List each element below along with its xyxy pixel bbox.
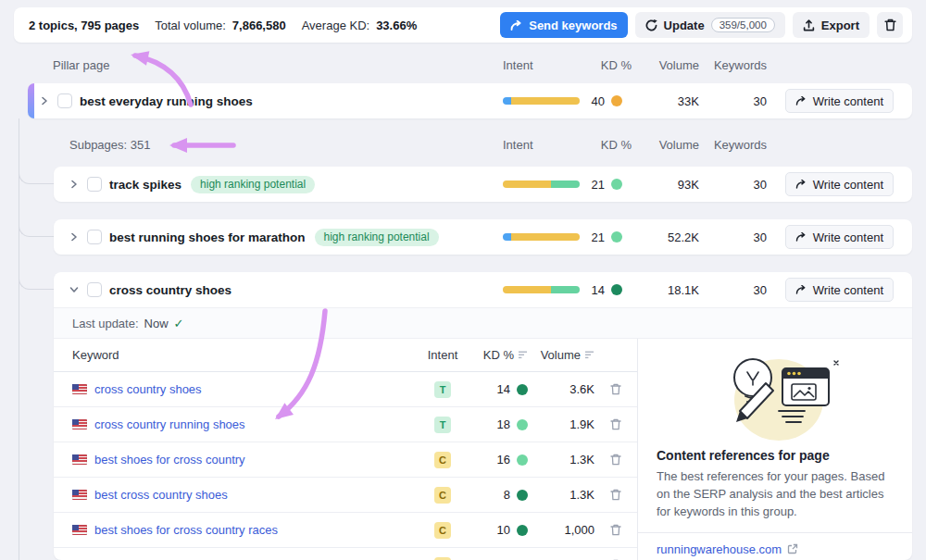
us-flag-icon [72,525,87,535]
last-update-bar: Last update: Now ✓ [54,307,912,339]
check-icon: ✓ [174,317,184,330]
kd-value: 21 [592,178,605,192]
send-arrow-icon [510,20,522,31]
subpage-title: best running shoes for marathon [109,230,306,244]
keyword-link[interactable]: best shoes for cross country races [94,523,278,537]
kd-dot [611,231,622,243]
write-content-button[interactable]: Write content [785,172,894,196]
trash-icon [610,489,621,501]
topics-pages-count: 2 topics, 795 pages [29,19,139,32]
intent-badge: C [434,487,451,504]
column-volume: Volume [659,138,699,152]
kd-dot [517,490,528,501]
write-content-button[interactable]: Write content [785,89,894,113]
pillar-page-label: Pillar page [28,58,503,72]
write-arrow-icon [795,232,807,242]
volume-value: 33K [622,94,699,108]
delete-keyword-button[interactable] [610,489,621,501]
summary-stats: 2 topics, 795 pages Total volume: 7,866,… [29,19,417,32]
expand-chevron-icon[interactable] [69,232,80,242]
expand-chevron-icon[interactable] [69,180,80,189]
update-quota-badge: 359/5,000 [711,18,775,32]
write-content-button[interactable]: Write content [785,278,894,302]
delete-keyword-button[interactable] [610,418,621,430]
subpage-row-track-spikes[interactable]: track spikes high ranking potential 21 9… [54,167,912,202]
write-content-button[interactable]: Write content [785,225,894,249]
keywords-count: 30 [699,178,767,192]
intent-bar [503,180,580,188]
trash-icon [610,418,621,430]
column-volume-sort[interactable]: Volume [541,348,594,362]
intent-badge: C [434,452,451,468]
volume-value: 1.9K [528,417,594,431]
topic-research-page: 2 topics, 795 pages Total volume: 7,866,… [0,0,926,560]
kd-value: 16 [497,453,510,467]
trash-icon [610,524,621,536]
kd-value: 10 [497,523,510,537]
keyword-table-header: Keyword Intent KD % Volume [54,339,637,372]
keyword-row[interactable]: cross country shoes T 14 3.6K [54,372,637,407]
column-volume: Volume [659,58,699,72]
tree-branch-line [19,266,54,290]
keyword-link[interactable]: best cross country shoes [94,488,228,502]
total-volume-label: Total volume: [155,19,226,32]
subpage-row-cross-country[interactable]: cross country shoes 14 18.1K 30 Write co… [54,272,912,307]
external-link-icon [787,543,798,554]
row-checkbox[interactable] [87,230,102,244]
kd-value: 8 [504,488,510,502]
keyword-table: Keyword Intent KD % Volume cross country… [54,339,637,560]
idea-illustration [701,350,849,444]
kd-value: 18 [497,417,510,431]
row-checkbox[interactable] [57,93,72,108]
intent-bar [503,97,580,105]
content-references-panel: Content references for page The best ref… [637,339,912,560]
keyword-row[interactable]: best cross country shoes C 8 1.3K [54,478,637,513]
keyword-link[interactable]: best shoes for cross country [94,453,245,467]
column-kd-sort[interactable]: KD % [483,348,528,362]
kd-value: 14 [592,283,605,297]
keyword-row[interactable]: best shoes for cross country races C 10 … [54,513,637,548]
us-flag-icon [72,490,87,500]
subpages-section-header: Subpages: 351 Intent KD % Volume Keyword… [28,132,912,156]
update-button[interactable]: Update 359/5,000 [635,12,785,38]
high-ranking-badge: high ranking potential [315,229,439,246]
volume-value: 1,000 [528,523,594,537]
average-kd-value: 33.66% [376,19,417,32]
export-icon [803,19,815,31]
send-keywords-button[interactable]: Send keywords [500,12,627,38]
keyword-row[interactable]: cross country running shoes T 18 1.9K [54,407,637,442]
average-kd-label: Average KD: [302,19,369,32]
tree-branch-line [19,213,54,237]
expand-chevron-icon[interactable] [39,96,50,106]
volume-value: 93K [622,178,699,192]
toolbar-buttons: Send keywords Update 359/5,000 Export [500,12,903,38]
delete-keyword-button[interactable] [610,383,621,395]
delete-button[interactable] [877,12,903,38]
column-intent: Intent [503,138,533,152]
kd-dot [611,179,622,190]
row-checkbox[interactable] [87,282,102,297]
keyword-link[interactable]: cross country running shoes [94,417,245,431]
row-checkbox[interactable] [87,177,102,192]
reference-link[interactable]: runningwarehouse.com [657,542,798,556]
keyword-link[interactable]: cross country shoes [94,382,202,396]
sort-icon [585,351,594,359]
trash-icon [610,454,621,466]
export-button[interactable]: Export [793,12,870,38]
intent-bar [503,286,580,293]
keyword-row-partial[interactable]: best cross country running shoes C 10 1.… [54,548,637,560]
write-arrow-icon [795,96,807,106]
keywords-count: 30 [699,230,767,244]
delete-keyword-button[interactable] [610,454,621,466]
kd-value: 40 [592,94,605,108]
last-update-label: Last update: [72,317,139,330]
collapse-chevron-icon[interactable] [69,285,80,294]
volume-value: 52.2K [622,230,699,244]
intent-badge: C [434,557,451,560]
pillar-row[interactable]: best everyday running shoes 40 33K 30 Wr… [28,83,912,118]
subpage-row-marathon[interactable]: best running shoes for marathon high ran… [54,219,912,255]
subpage-title: track spikes [109,178,181,192]
column-intent: Intent [503,58,533,72]
delete-keyword-button[interactable] [610,524,621,536]
keyword-row[interactable]: best shoes for cross country C 16 1.3K [54,442,637,478]
